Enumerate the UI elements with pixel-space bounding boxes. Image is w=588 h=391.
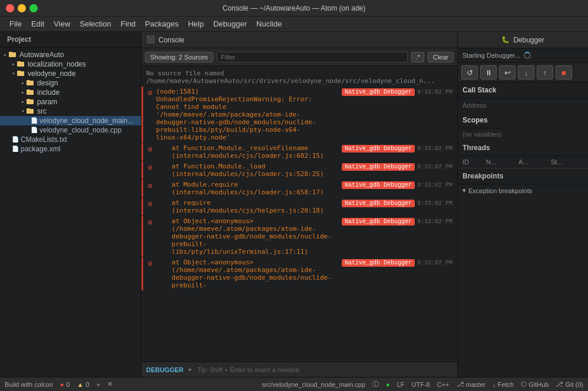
step-over-button[interactable]: ↩ bbox=[499, 65, 516, 79]
step-out-button[interactable]: ↑ bbox=[537, 65, 553, 79]
svg-rect-1 bbox=[9, 52, 12, 53]
build-label: Build with colcon bbox=[5, 381, 53, 388]
menu-help[interactable]: Help bbox=[183, 18, 209, 29]
exception-breakpoints[interactable]: ▾ Exception breakpoints bbox=[458, 184, 588, 197]
sources-button[interactable]: Showing: 2 Sources bbox=[145, 52, 213, 62]
svg-rect-11 bbox=[27, 99, 30, 100]
svg-rect-9 bbox=[27, 90, 30, 91]
fetch-item[interactable]: ↓ Fetch bbox=[493, 381, 514, 388]
console-entry: ⊘ at require (internal/modules/cjs/helpe… bbox=[141, 198, 457, 216]
entry-time: 9:33:02 PM bbox=[417, 145, 452, 152]
menu-view[interactable]: View bbox=[49, 18, 75, 29]
menu-packages[interactable]: Packages bbox=[140, 18, 183, 29]
entry-time: 9:33:02 PM bbox=[417, 218, 452, 225]
thread-col-st: St... bbox=[551, 158, 583, 165]
file-icon: 📄 bbox=[31, 117, 38, 124]
sidebar-item-cmake[interactable]: 📄 CMakeLists.txt bbox=[0, 135, 141, 144]
thread-col-n: N... bbox=[486, 158, 518, 165]
git-icon: ⎇ bbox=[556, 380, 563, 388]
debugger-panel-title: Debugger bbox=[513, 36, 544, 44]
sidebar-item-src[interactable]: ▾ src bbox=[0, 107, 141, 116]
refresh-button[interactable]: ↺ bbox=[461, 65, 478, 79]
sidebar-item-label: CMakeLists.txt bbox=[21, 135, 67, 144]
sidebar-item-include[interactable]: ▸ include bbox=[0, 88, 141, 97]
language-item[interactable]: C++ bbox=[437, 381, 450, 388]
chevron-right-icon: ▾ bbox=[463, 187, 466, 194]
console-title: Console bbox=[158, 36, 184, 44]
error-icon: ⊘ bbox=[148, 181, 153, 191]
build-item: Build with colcon bbox=[5, 381, 53, 388]
arrow-icon: ▸ bbox=[189, 365, 193, 374]
svg-rect-6 bbox=[27, 81, 34, 85]
menu-edit[interactable]: Edit bbox=[27, 18, 49, 29]
console-toolbar: Showing: 2 Sources .* Clear bbox=[141, 48, 457, 66]
exception-bp-label: Exception breakpoints bbox=[468, 187, 532, 194]
status-bar: Build with colcon ● 0 ▲ 0 + ✕ src/velody… bbox=[0, 377, 588, 391]
folder-open-icon bbox=[27, 107, 34, 114]
error-icon: ⊘ bbox=[148, 145, 153, 154]
call-stack-content: Address bbox=[458, 98, 588, 112]
entry-badge: Native_gdb Debugger bbox=[342, 163, 415, 171]
menu-find[interactable]: Find bbox=[116, 18, 140, 29]
folder-icon bbox=[27, 88, 34, 95]
file-path: src/velodyne_cloud_node_main.cpp bbox=[262, 381, 366, 388]
regex-button[interactable]: .* bbox=[411, 52, 424, 62]
scopes-header[interactable]: Scopes bbox=[458, 112, 588, 128]
window-title: Console — ~/AutowareAuto — Atom (on ade) bbox=[223, 4, 365, 12]
entry-time: 9:33:02 PM bbox=[417, 164, 452, 170]
pause-button[interactable]: ⏸ bbox=[480, 65, 497, 79]
sidebar-item-label: src bbox=[37, 107, 47, 115]
sidebar-item-autoware[interactable]: ▸ AutowareAuto bbox=[0, 50, 141, 59]
stop-button[interactable]: ■ bbox=[556, 65, 572, 79]
sidebar-item-localization[interactable]: ▸ localization_nodes bbox=[0, 59, 141, 69]
sidebar-item-velodyne[interactable]: ▾ velodyne_node bbox=[0, 69, 141, 78]
entry-text: at Function.Module._load (internal/modul… bbox=[156, 163, 339, 178]
chevron-right-icon: ▸ bbox=[4, 51, 7, 58]
folder-icon bbox=[27, 79, 34, 86]
step-in-button[interactable]: ↓ bbox=[518, 65, 534, 79]
branch-item[interactable]: ⎇ master bbox=[457, 380, 486, 388]
charset-item[interactable]: UTF-8 bbox=[412, 381, 430, 388]
svg-rect-8 bbox=[27, 90, 34, 95]
error-count-item: ● 0 bbox=[60, 381, 70, 388]
folder-icon bbox=[17, 60, 24, 67]
status-dot-item: ● bbox=[386, 381, 390, 388]
status-right: src/velodyne_cloud_node_main.cpp ⓘ ● LF … bbox=[262, 380, 583, 389]
close-button-status[interactable]: ✕ bbox=[107, 380, 113, 388]
console-entry: ⊘ at Module.require (internal/modules/cj… bbox=[141, 180, 457, 197]
git-item[interactable]: ⎇ Git (0) bbox=[556, 380, 583, 388]
sidebar-item-package[interactable]: 📄 package.xml bbox=[0, 144, 141, 154]
console-entry: ⊘ (node:1581) UnhandledPromiseRejectionW… bbox=[141, 87, 457, 143]
clear-button[interactable]: Clear bbox=[428, 52, 454, 62]
loading-spinner bbox=[524, 52, 531, 59]
filter-input[interactable] bbox=[217, 52, 408, 62]
info-icon: ⓘ bbox=[372, 380, 379, 389]
sidebar-item-cloud-main[interactable]: 📄 velodyne_cloud_node_main... bbox=[0, 116, 141, 125]
breakpoints-header[interactable]: Breakpoints bbox=[458, 168, 588, 184]
call-stack-header[interactable]: Call Stack bbox=[458, 82, 588, 98]
status-text: Starting Debugger... bbox=[463, 52, 520, 59]
maximize-button[interactable] bbox=[29, 4, 38, 12]
github-item[interactable]: ⬡ GitHub bbox=[521, 380, 549, 388]
svg-rect-10 bbox=[27, 100, 34, 104]
close-button[interactable] bbox=[6, 4, 14, 12]
terminal-icon: ⬛ bbox=[146, 35, 155, 44]
error-icon: ⊘ bbox=[148, 163, 153, 173]
menu-selection[interactable]: Selection bbox=[75, 18, 115, 29]
svg-rect-7 bbox=[27, 80, 30, 81]
sidebar-item-design[interactable]: ▸ design bbox=[0, 78, 141, 88]
minimize-button[interactable] bbox=[18, 4, 26, 12]
line-ending-item[interactable]: LF bbox=[397, 381, 405, 388]
svg-rect-5 bbox=[17, 71, 21, 72]
menu-file[interactable]: File bbox=[5, 18, 27, 29]
debugger-label: DEBUGGER bbox=[146, 366, 184, 373]
fetch-icon: ↓ bbox=[493, 381, 496, 388]
menu-nuclide[interactable]: Nuclide bbox=[252, 18, 286, 29]
warning-count-item: ▲ 0 bbox=[77, 381, 90, 388]
sidebar-item-param[interactable]: ▸ param bbox=[0, 97, 141, 107]
sidebar-item-cloud-node[interactable]: 📄 velodyne_cloud_node.cpp bbox=[0, 125, 141, 135]
debugger-header-bar: 🐛 Debugger bbox=[458, 32, 588, 48]
add-button[interactable]: + bbox=[97, 381, 100, 388]
threads-header[interactable]: Threads bbox=[458, 140, 588, 156]
menu-debugger[interactable]: Debugger bbox=[209, 18, 252, 29]
